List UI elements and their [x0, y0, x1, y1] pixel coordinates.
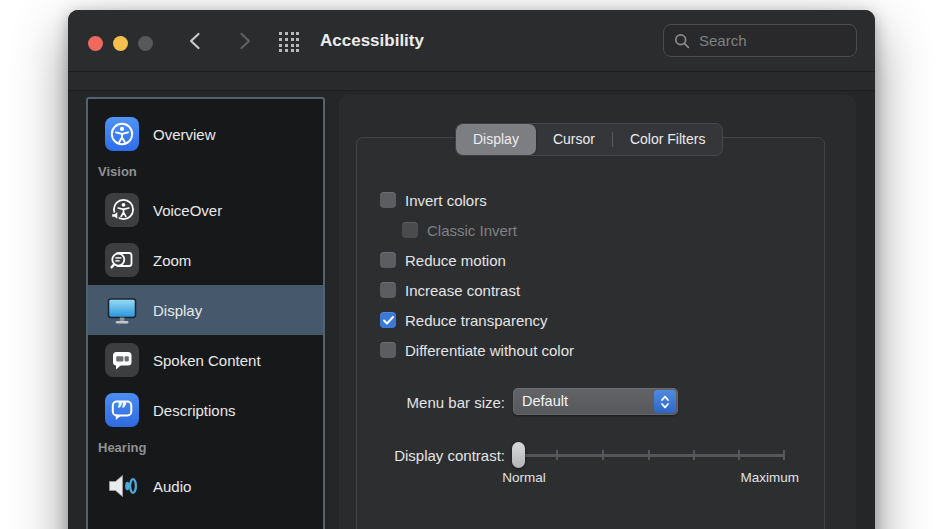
accessibility-overview-icon	[104, 116, 140, 152]
sidebar: Overview Vision VoiceOver	[86, 97, 325, 529]
audio-icon	[104, 468, 140, 504]
zoom-icon	[104, 242, 140, 278]
popup-stepper-cap	[654, 390, 676, 413]
forward-button[interactable]	[234, 31, 254, 51]
popup-selected-value: Default	[522, 388, 568, 415]
slider-tick	[556, 450, 558, 460]
svg-text:”: ”	[116, 399, 127, 419]
menu-bar-size-label: Menu bar size:	[339, 394, 505, 411]
minimize-button[interactable]	[113, 36, 128, 51]
slider-tick	[738, 450, 740, 460]
title-bar: Accessibility	[68, 10, 875, 72]
grid-icon	[278, 31, 300, 53]
sidebar-item-zoom[interactable]: Zoom	[88, 235, 323, 285]
sidebar-item-audio[interactable]: Audio	[88, 461, 323, 511]
search-icon	[674, 33, 690, 49]
sidebar-section-vision: Vision	[88, 159, 323, 185]
descriptions-icon: ”	[104, 392, 140, 428]
reduce-transparency-checkbox[interactable]	[380, 312, 396, 328]
window-controls	[88, 36, 153, 51]
sidebar-item-label: VoiceOver	[153, 202, 222, 219]
increase-contrast-checkbox[interactable]	[380, 282, 396, 298]
zoom-window-button[interactable]	[138, 36, 153, 51]
content-pane: Display Cursor Color Filters Invert colo…	[339, 95, 856, 529]
sidebar-item-descriptions[interactable]: ” Descriptions	[88, 385, 323, 435]
back-button[interactable]	[186, 31, 206, 51]
invert-colors-row[interactable]: Invert colors	[380, 185, 856, 215]
sidebar-item-label: Display	[153, 302, 202, 319]
page-title: Accessibility	[320, 10, 424, 71]
search-field[interactable]	[663, 24, 857, 57]
chevron-up-down-icon	[660, 395, 670, 409]
spoken-content-icon	[104, 342, 140, 378]
display-contrast-slider[interactable]	[512, 442, 785, 468]
slider-tick	[648, 450, 650, 460]
show-all-button[interactable]	[278, 31, 300, 53]
tab-color-filters[interactable]: Color Filters	[613, 124, 722, 155]
sidebar-item-label: Spoken Content	[153, 352, 261, 369]
checkbox-label: Reduce transparency	[405, 312, 548, 329]
differentiate-without-color-row[interactable]: Differentiate without color	[380, 335, 856, 365]
classic-invert-row[interactable]: Classic Invert	[402, 215, 856, 245]
reduce-motion-checkbox[interactable]	[380, 252, 396, 268]
sidebar-item-voiceover[interactable]: VoiceOver	[88, 185, 323, 235]
sidebar-item-spoken-content[interactable]: Spoken Content	[88, 335, 323, 385]
accessibility-preferences-window: Accessibility	[68, 10, 875, 529]
slider-thumb[interactable]	[512, 442, 525, 468]
checkbox-label: Invert colors	[405, 192, 487, 209]
display-contrast-label: Display contrast:	[339, 447, 505, 464]
sidebar-section-hearing: Hearing	[88, 435, 323, 461]
sidebar-item-label: Zoom	[153, 252, 191, 269]
tab-display[interactable]: Display	[456, 124, 536, 155]
chevron-left-icon	[186, 31, 206, 51]
display-options: Invert colors Classic Invert Reduce moti…	[339, 185, 856, 365]
sidebar-item-label: Overview	[153, 126, 216, 143]
sidebar-item-label: Audio	[153, 478, 191, 495]
close-button[interactable]	[88, 36, 103, 51]
search-input[interactable]	[697, 31, 846, 50]
sidebar-item-overview[interactable]: Overview	[88, 109, 323, 159]
screenshot-stage: Accessibility	[0, 0, 940, 529]
chevron-right-icon	[234, 31, 254, 51]
slider-tick	[693, 450, 695, 460]
slider-tick	[783, 450, 785, 460]
invert-colors-checkbox[interactable]	[380, 192, 396, 208]
checkbox-label: Differentiate without color	[405, 342, 574, 359]
slider-min-label: Normal	[489, 470, 559, 485]
reduce-motion-row[interactable]: Reduce motion	[380, 245, 856, 275]
reduce-transparency-row[interactable]: Reduce transparency	[380, 305, 856, 335]
checkbox-label: Classic Invert	[427, 222, 517, 239]
display-icon	[104, 292, 140, 328]
slider-max-label: Maximum	[679, 470, 799, 485]
checkbox-label: Increase contrast	[405, 282, 520, 299]
checkbox-label: Reduce motion	[405, 252, 506, 269]
classic-invert-checkbox[interactable]	[402, 222, 418, 238]
differentiate-without-color-checkbox[interactable]	[380, 342, 396, 358]
increase-contrast-row[interactable]: Increase contrast	[380, 275, 856, 305]
sidebar-item-label: Descriptions	[153, 402, 236, 419]
menu-bar-size-popup[interactable]: Default	[513, 388, 678, 415]
toolbar-strip	[68, 72, 875, 91]
sidebar-item-display[interactable]: Display	[88, 285, 323, 335]
slider-tick	[602, 450, 604, 460]
tab-bar: Display Cursor Color Filters	[455, 123, 723, 156]
tab-cursor[interactable]: Cursor	[536, 124, 612, 155]
voiceover-icon	[104, 192, 140, 228]
window-body: Overview Vision VoiceOver	[68, 72, 875, 529]
check-icon	[383, 316, 394, 325]
